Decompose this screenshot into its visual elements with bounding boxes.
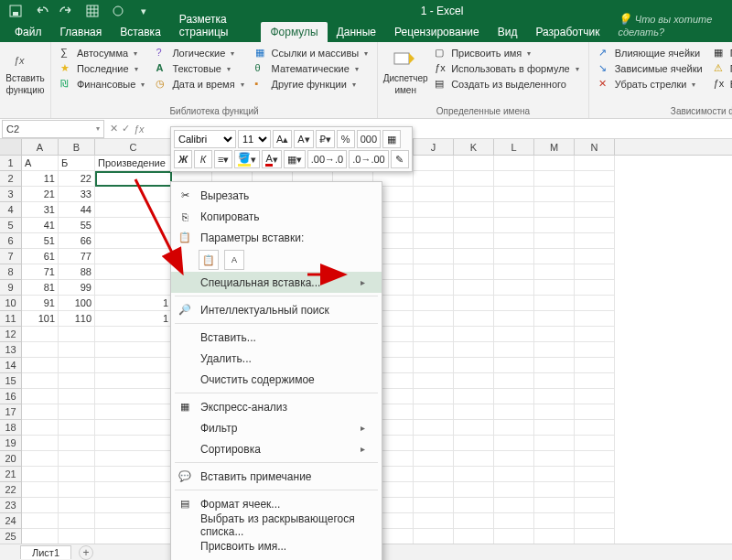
cell[interactable]: [22, 451, 59, 467]
cell[interactable]: [575, 249, 615, 264]
cell[interactable]: [494, 404, 534, 420]
remove-arrows-button[interactable]: ✕Убрать стрелки▾: [595, 77, 706, 92]
merge-button[interactable]: ▦: [382, 130, 401, 148]
cell[interactable]: [454, 529, 494, 544]
cell[interactable]: [59, 482, 95, 498]
cell[interactable]: [95, 233, 172, 249]
cell[interactable]: [534, 498, 575, 513]
cell[interactable]: [454, 233, 494, 249]
column-header[interactable]: N: [575, 139, 615, 155]
cell[interactable]: [575, 436, 615, 451]
cell[interactable]: [534, 249, 575, 264]
cell[interactable]: [534, 513, 575, 529]
cell[interactable]: [95, 404, 172, 420]
row-header[interactable]: 13: [0, 342, 22, 358]
cell[interactable]: [534, 373, 575, 389]
increase-font-button[interactable]: A▴: [273, 130, 292, 148]
cell[interactable]: [95, 202, 172, 218]
cell[interactable]: [575, 202, 615, 218]
cell[interactable]: [534, 187, 575, 202]
cell[interactable]: [534, 218, 575, 233]
cell[interactable]: [95, 327, 172, 342]
cell[interactable]: 88: [59, 264, 95, 280]
cell[interactable]: [59, 342, 95, 358]
cell[interactable]: [494, 187, 534, 202]
row-header[interactable]: 5: [0, 218, 22, 233]
cell[interactable]: [22, 342, 59, 358]
cell[interactable]: [59, 451, 95, 467]
cell[interactable]: [575, 513, 615, 529]
cell[interactable]: [414, 498, 454, 513]
cell[interactable]: [454, 467, 494, 482]
cell[interactable]: [414, 451, 454, 467]
cell[interactable]: [575, 233, 615, 249]
cell[interactable]: [575, 389, 615, 404]
cell[interactable]: [59, 467, 95, 482]
cell[interactable]: 71: [22, 264, 59, 280]
cell[interactable]: [414, 311, 454, 327]
cell[interactable]: [95, 467, 172, 482]
cell[interactable]: [454, 498, 494, 513]
row-header[interactable]: 17: [0, 404, 22, 420]
cell[interactable]: [575, 451, 615, 467]
row-header[interactable]: 19: [0, 436, 22, 451]
fx-icon[interactable]: ƒx: [134, 124, 145, 135]
row-header[interactable]: 18: [0, 420, 22, 436]
cell[interactable]: [454, 156, 494, 171]
autosum-button[interactable]: ∑Автосумма▾: [57, 46, 148, 60]
lookup-button[interactable]: ▦Ссылки и массивы▾: [252, 46, 372, 60]
cell[interactable]: [22, 327, 59, 342]
column-header[interactable]: K: [454, 139, 494, 155]
cell[interactable]: [95, 482, 172, 498]
row-header[interactable]: 4: [0, 202, 22, 218]
cell[interactable]: 11: [22, 171, 59, 187]
cell[interactable]: [454, 358, 494, 373]
row-header[interactable]: 16: [0, 389, 22, 404]
cell[interactable]: [575, 529, 615, 544]
cell[interactable]: [454, 389, 494, 404]
name-box[interactable]: C2▾: [2, 120, 104, 138]
cell[interactable]: [454, 342, 494, 358]
cell[interactable]: [59, 327, 95, 342]
cell[interactable]: [95, 342, 172, 358]
row-header[interactable]: 12: [0, 327, 22, 342]
cell[interactable]: [414, 420, 454, 436]
cell[interactable]: [534, 420, 575, 436]
increase-decimal-button[interactable]: .0→.00: [349, 150, 388, 168]
row-header[interactable]: 25: [0, 529, 22, 544]
sheet-tab-1[interactable]: Лист1: [20, 545, 71, 559]
row-header[interactable]: 21: [0, 467, 22, 482]
cell[interactable]: [95, 529, 172, 544]
cell[interactable]: [454, 327, 494, 342]
cell[interactable]: [95, 171, 172, 187]
cell[interactable]: [414, 280, 454, 296]
row-header[interactable]: 14: [0, 358, 22, 373]
cell[interactable]: [454, 187, 494, 202]
cell[interactable]: 100: [59, 296, 95, 311]
cell[interactable]: 91: [22, 296, 59, 311]
cell[interactable]: 21: [22, 187, 59, 202]
cell[interactable]: [414, 202, 454, 218]
cell[interactable]: [534, 296, 575, 311]
cell[interactable]: [414, 218, 454, 233]
cell[interactable]: [575, 373, 615, 389]
row-header[interactable]: 20: [0, 451, 22, 467]
cell[interactable]: [575, 467, 615, 482]
text-button[interactable]: AТекстовые▾: [152, 61, 247, 76]
row-header[interactable]: 7: [0, 249, 22, 264]
cell[interactable]: [575, 482, 615, 498]
ctx-quick-analysis[interactable]: ▦Экспресс-анализ: [171, 396, 382, 417]
percent-button[interactable]: %: [337, 130, 355, 148]
evaluate-button[interactable]: ƒxВычислить формул: [710, 77, 732, 92]
cell[interactable]: [494, 327, 534, 342]
cell[interactable]: [414, 171, 454, 187]
cell[interactable]: [454, 373, 494, 389]
cell[interactable]: [22, 513, 59, 529]
cell[interactable]: [22, 373, 59, 389]
cell[interactable]: [494, 233, 534, 249]
cell[interactable]: [414, 358, 454, 373]
datetime-button[interactable]: ◷Дата и время▾: [152, 77, 247, 92]
cell[interactable]: [454, 482, 494, 498]
cell[interactable]: [494, 513, 534, 529]
cell[interactable]: [575, 327, 615, 342]
